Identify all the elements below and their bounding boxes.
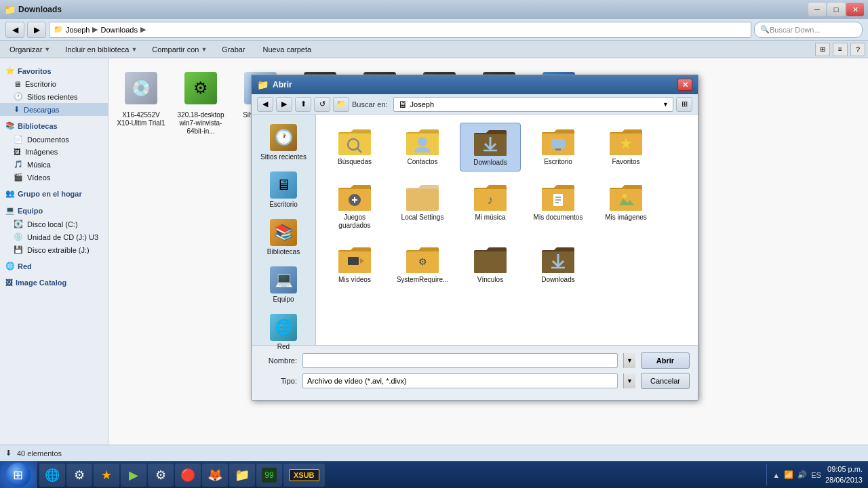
dialog-view-button[interactable]: ⊞ — [676, 97, 692, 112]
menu-nueva-carpeta[interactable]: Nueva carpeta — [256, 42, 319, 57]
nombre-input[interactable] — [302, 353, 618, 368]
dialog-forward-button[interactable]: ▶ — [276, 97, 292, 112]
minimize-button[interactable]: ─ — [808, 3, 826, 16]
taskbar-ie[interactable]: 🌐 — [39, 464, 65, 487]
folder-contactos[interactable]: Contactos — [392, 123, 453, 171]
file-x16[interactable]: 💿 X16-42552V X10-Ultim Trial1 — [114, 64, 168, 146]
folder-local-settings[interactable]: Local Settings — [392, 178, 453, 234]
menu-biblioteca-arrow: ▼ — [131, 46, 137, 53]
dialog-sidebar-bibliotecas[interactable]: 📚 Bibliotecas — [252, 215, 315, 260]
folder-mis-documentos[interactable]: Mis documentos — [528, 178, 589, 234]
tray-volume-icon: 🔊 — [797, 470, 807, 479]
dialog-sidebar-escritorio[interactable]: 🖥 Escritorio — [252, 167, 315, 212]
svg-text:⚙: ⚙ — [418, 256, 427, 267]
taskbar-settings[interactable]: ⚙ — [148, 464, 174, 487]
file-x16-icon-container: 💿 — [119, 66, 163, 110]
sidebar-item-documentos[interactable]: 📄 Documentos — [0, 133, 108, 146]
dialog-back-button[interactable]: ◀ — [257, 97, 273, 112]
dialog-location-select[interactable]: 🖥 Joseph ▼ — [393, 97, 673, 112]
folder-mis-videos[interactable]: Mis vídeos — [324, 241, 385, 288]
sidebar-item-escritorio[interactable]: 🖥 Escritorio — [0, 78, 108, 90]
folder-favoritos[interactable]: Favoritos — [595, 123, 656, 171]
mi-musica-icon: ♪ — [474, 182, 507, 211]
start-button[interactable]: ⊞ — [0, 462, 37, 489]
taskbar-explorer[interactable]: 📁 — [229, 464, 255, 487]
sidebar-item-sitios-recientes[interactable]: 🕐 Sitios recientes — [0, 90, 108, 103]
sidebar-item-cd-u3[interactable]: 💿 Unidad de CD (J:) U3 — [0, 230, 108, 243]
dialog-sidebar-recientes[interactable]: 🕐 Sitios recientes — [252, 120, 315, 165]
sidebar-escritorio-label: Escritorio — [25, 80, 56, 88]
sidebar-favoritos-header: ⭐ Favoritos — [0, 64, 108, 78]
menu-grabar[interactable]: Grabar — [215, 42, 252, 57]
dialog-sidebar-equipo[interactable]: 💻 Equipo — [252, 262, 315, 307]
folder-busquedas[interactable]: Búsquedas — [324, 123, 385, 171]
dialog-newdir-button[interactable]: 📁 — [333, 97, 349, 112]
sidebar-item-descargas[interactable]: ⬇ Descargas — [0, 103, 108, 116]
file-320[interactable]: ⚙ 320.18-desktop win7-winvista-64bit-in.… — [174, 64, 228, 146]
folder-vinculos[interactable]: Vínculos — [460, 241, 521, 288]
taskbar-99[interactable]: 99 — [256, 464, 282, 487]
dialog-title-icon: 📁 — [257, 79, 269, 90]
system-clock[interactable]: 09:05 p.m. 28/06/2013 — [825, 464, 863, 485]
sidebar-item-videos[interactable]: 🎬 Vídeos — [0, 171, 108, 184]
dialog-sidebar-red[interactable]: 🌐 Red — [252, 310, 315, 354]
group-icon: 👥 — [5, 189, 15, 198]
folder-escritorio[interactable]: Escritorio — [528, 123, 589, 171]
search-bar[interactable]: 🔍 Buscar Down... — [754, 22, 863, 38]
explorer-titlebar: 📁 Downloads ─ □ ✕ — [0, 0, 868, 19]
folder-mi-musica[interactable]: ♪ Mi música — [460, 178, 521, 234]
menu-biblioteca[interactable]: Incluir en biblioteca ▼ — [58, 42, 144, 57]
taskbar-star[interactable]: ★ — [94, 464, 119, 487]
menu-organizar[interactable]: Organizar ▼ — [3, 42, 57, 57]
folder-downloads-2[interactable]: Downloads — [528, 241, 589, 288]
menu-organizar-label: Organizar — [9, 45, 42, 54]
browser-icon: ⚙ — [72, 468, 87, 483]
sidebar-favoritos-label: Favoritos — [18, 67, 52, 75]
svg-rect-16 — [348, 257, 359, 265]
taskbar-xsub[interactable]: XSUB — [283, 464, 325, 487]
dialog-up-button[interactable]: ⬆ — [295, 97, 311, 112]
view-details-button[interactable]: ? — [850, 43, 865, 56]
tipo-dropdown-arrow[interactable]: ▼ — [623, 373, 635, 388]
folder-mis-imagenes-label: Mis imágenes — [605, 214, 647, 222]
dialog-refresh-button[interactable]: ↺ — [314, 97, 330, 112]
folder-escritorio-label: Escritorio — [544, 158, 572, 166]
sidebar-item-musica[interactable]: 🎵 Música — [0, 158, 108, 171]
dialog-open-button[interactable]: Abrir — [641, 352, 690, 369]
taskbar-red-item[interactable]: 🔴 — [175, 464, 201, 487]
image-icon: 🖼 — [14, 148, 21, 156]
sidebar-item-imagenes[interactable]: 🖼 Imágenes — [0, 146, 108, 158]
dialog-cancel-button[interactable]: Cancelar — [641, 373, 690, 389]
folder-system-require[interactable]: ⚙ SystemRequire... — [392, 241, 453, 288]
tray-arrow[interactable]: ▲ — [772, 471, 780, 479]
taskbar-browser[interactable]: ⚙ — [66, 464, 92, 487]
folder-mis-imagenes[interactable]: Mis imágenes — [595, 178, 656, 234]
taskbar-firefox[interactable]: 🦊 — [202, 464, 228, 487]
folder-downloads-selected[interactable]: Downloads — [460, 123, 521, 171]
sidebar-section-grupo: 👥 Grupo en el hogar — [0, 186, 108, 201]
address-icon: 📁 — [54, 25, 63, 34]
menu-compartir[interactable]: Compartir con ▼ — [145, 42, 214, 57]
folder-juegos[interactable]: Juegos guardados — [324, 178, 385, 234]
star-taskbar-icon: ★ — [99, 468, 114, 483]
close-button[interactable]: ✕ — [846, 3, 864, 16]
status-count: 40 elementos — [17, 449, 62, 458]
view-button[interactable]: ⊞ — [815, 43, 830, 56]
sidebar-item-disco-j[interactable]: 💾 Disco extraíble (J:) — [0, 243, 108, 256]
dialog-close-button[interactable]: ✕ — [677, 79, 692, 91]
play-icon: ▶ — [126, 468, 141, 483]
nombre-dropdown-arrow[interactable]: ▼ — [623, 353, 635, 368]
forward-button[interactable]: ▶ — [27, 22, 46, 38]
star-icon: ⭐ — [5, 66, 15, 75]
view-list-button[interactable]: ≡ — [833, 43, 848, 56]
catalog-icon: 🖼 — [5, 279, 13, 287]
maximize-button[interactable]: □ — [827, 3, 845, 16]
folder-local-settings-label: Local Settings — [401, 214, 444, 222]
mis-imagenes-icon — [610, 182, 642, 211]
video-icon: 🎬 — [14, 173, 23, 182]
sidebar-item-disco-c[interactable]: 💽 Disco local (C:) — [0, 218, 108, 230]
back-button[interactable]: ◀ — [5, 22, 24, 38]
taskbar-play[interactable]: ▶ — [121, 464, 146, 487]
address-bar[interactable]: 📁 Joseph ▶ Downloads ▶ — [49, 22, 751, 38]
tipo-select[interactable]: Archivo de vídeo (*.avi, *.divx) — [302, 373, 618, 388]
